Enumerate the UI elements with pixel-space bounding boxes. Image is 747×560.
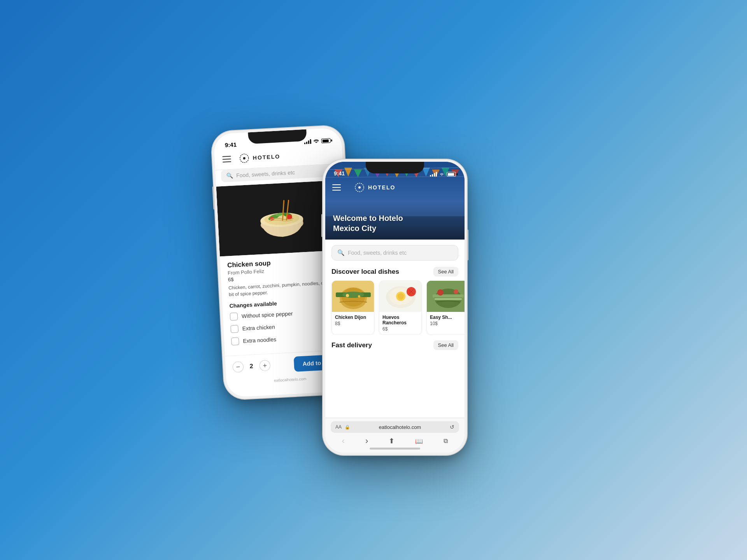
increase-qty-button[interactable]: +	[259, 360, 270, 371]
svg-rect-48	[433, 294, 464, 298]
dish-img-chicken	[332, 281, 374, 312]
dish-card-3-name: Easy Sh...	[430, 315, 465, 320]
option-2-label: Extra chicken	[242, 324, 275, 331]
dish-img-easy	[427, 281, 465, 312]
fast-delivery-section: Fast delivery See All	[325, 335, 465, 350]
dishes-scroll: Chicken Dijon 8$	[325, 280, 465, 335]
decrease-qty-button[interactable]: −	[232, 361, 244, 373]
logo-text-1: HOTELO	[253, 153, 280, 161]
menu-button-2[interactable]	[332, 184, 341, 191]
url-text: eatlocalhotelo.com	[353, 424, 447, 430]
dish-img-huevos	[379, 281, 421, 312]
notch-2	[366, 162, 424, 173]
status-icons-1	[304, 138, 331, 144]
dish-card-2-info: Huevos Rancheros 6$	[379, 312, 421, 334]
browser-bar: AA 🔒 eatlocalhotelo.com ↺ ‹ › ⬆ 📖 ⧉	[325, 418, 465, 453]
hero-title: Welcome to Hotelo Mexico City	[333, 213, 457, 233]
wifi-icon-2	[439, 172, 445, 177]
signal-icon-1	[304, 139, 312, 144]
svg-point-1	[243, 157, 245, 159]
url-bar[interactable]: AA 🔒 eatlocalhotelo.com ↺	[331, 421, 459, 433]
logo-icon-2	[354, 182, 365, 193]
svg-point-30	[358, 186, 361, 189]
signal-icon-2	[430, 172, 437, 177]
aa-text: AA	[335, 424, 342, 430]
status-time-1: 9:41	[225, 141, 237, 149]
dish-card-3-info: Easy Sh... 10$	[427, 312, 465, 329]
search-bar-2[interactable]: 🔍 Food, sweets, drinks etc	[331, 245, 458, 261]
dish-card-1[interactable]: Chicken Dijon 8$	[331, 280, 374, 335]
forward-button[interactable]: ›	[365, 436, 368, 446]
lock-icon: 🔒	[345, 425, 350, 430]
search-placeholder-1: Food, sweets, drinks etc	[236, 169, 295, 178]
svg-point-50	[437, 289, 444, 296]
status-time-2: 9:41	[334, 170, 345, 177]
see-all-discover-button[interactable]: See All	[433, 267, 458, 276]
checkbox-option-2[interactable]	[230, 325, 238, 333]
svg-point-37	[358, 295, 360, 298]
quantity-display: 2	[249, 363, 253, 370]
svg-rect-49	[435, 298, 462, 300]
menu-button-1[interactable]	[222, 156, 231, 163]
qty-control: − 2 +	[232, 360, 270, 373]
hero-overlay: Welcome to Hotelo Mexico City	[325, 201, 465, 240]
battery-icon-2	[447, 172, 456, 177]
phone-home: Welcome to Hotelo Mexico City	[323, 159, 467, 455]
noodle-bowl-svg	[249, 186, 314, 251]
fast-delivery-title: Fast delivery	[331, 341, 372, 349]
logo-area-2: HOTELO	[354, 182, 395, 193]
hero-image: Welcome to Hotelo Mexico City	[325, 162, 465, 240]
logo-icon-1	[238, 152, 250, 164]
home-indicator-2	[370, 448, 420, 450]
huevos-img	[379, 281, 421, 312]
dish-card-1-price: 8$	[335, 321, 371, 326]
dish-card-2-name: Huevos Rancheros	[382, 315, 418, 326]
svg-point-51	[454, 289, 458, 294]
wifi-icon-1	[313, 139, 320, 144]
search-icon-1: 🔍	[226, 173, 233, 179]
checkbox-option-1[interactable]	[230, 312, 238, 320]
logo-area-1: HOTELO	[238, 151, 281, 164]
share-button[interactable]: ⬆	[389, 437, 395, 445]
dish-card-3-price: 10$	[430, 321, 465, 326]
back-button[interactable]: ‹	[342, 436, 345, 446]
dish-card-1-info: Chicken Dijon 8$	[332, 312, 374, 329]
easy-img	[427, 281, 465, 312]
svg-point-36	[346, 294, 349, 297]
dish-card-3[interactable]: Easy Sh... 10$	[426, 280, 465, 335]
battery-icon-1	[321, 138, 331, 143]
chicken-dijon-img	[332, 281, 374, 312]
phone-2-scroll: 🔍 Food, sweets, drinks etc Discover loca…	[325, 240, 465, 433]
logo-text-2: HOTELO	[368, 184, 395, 191]
phone-2-header: HOTELO	[325, 179, 465, 196]
dish-card-2-price: 6$	[382, 326, 418, 332]
option-3-label: Extra noodles	[243, 336, 276, 344]
status-icons-2	[430, 172, 456, 177]
dish-card-2[interactable]: Huevos Rancheros 6$	[379, 280, 422, 335]
discover-section-header: Discover local dishes See All	[325, 261, 465, 280]
fast-delivery-header: Fast delivery See All	[331, 340, 458, 350]
option-1-label: Without spice pepper	[242, 310, 293, 319]
checkbox-option-3[interactable]	[231, 337, 239, 345]
svg-point-35	[342, 292, 364, 298]
search-placeholder-2: Food, sweets, drinks etc	[348, 250, 407, 256]
reload-icon[interactable]: ↺	[450, 424, 454, 430]
browser-nav: ‹ › ⬆ 📖 ⧉	[325, 433, 465, 446]
discover-title: Discover local dishes	[331, 268, 399, 276]
phones-container: 9:41	[198, 105, 549, 455]
phone-2-content: Welcome to Hotelo Mexico City	[325, 162, 465, 453]
svg-point-42	[398, 293, 404, 299]
dish-card-1-name: Chicken Dijon	[335, 315, 371, 320]
see-all-delivery-button[interactable]: See All	[433, 340, 458, 350]
phone-home-inner: Welcome to Hotelo Mexico City	[325, 162, 465, 453]
search-icon-2: 🔍	[337, 249, 345, 256]
bookmark-button[interactable]: 📖	[415, 438, 423, 445]
tabs-button[interactable]: ⧉	[444, 438, 448, 444]
